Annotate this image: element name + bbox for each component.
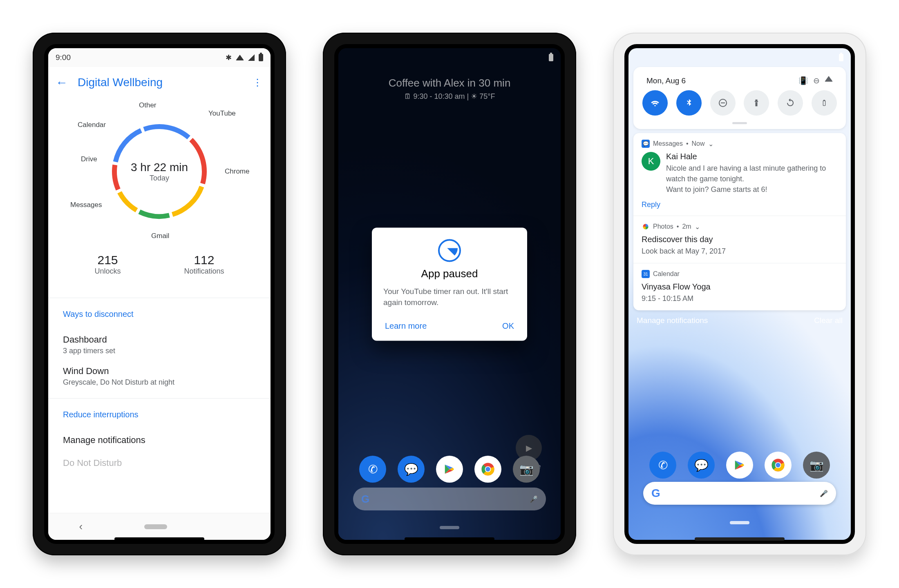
mic-icon[interactable]: 🎤 xyxy=(530,495,538,503)
notification-shade[interactable]: Mon, Aug 6 📳 ⊖ 💬Messages•Now⌄ K Kai Hale… xyxy=(628,67,851,327)
svg-rect-7 xyxy=(823,101,825,106)
notification-list: 💬Messages•Now⌄ K Kai Hale Nicole and I a… xyxy=(633,133,846,310)
back-button[interactable]: ← xyxy=(56,76,68,89)
event-title: Vinyasa Flow Yoga xyxy=(642,282,838,292)
nav-home-pill[interactable] xyxy=(144,524,167,529)
svg-rect-6 xyxy=(721,102,725,103)
nav-bar: ‹ xyxy=(48,513,271,540)
vibrate-icon: 📳 xyxy=(798,76,808,85)
qs-tiles xyxy=(639,87,840,119)
clear-all-button[interactable]: Clear all xyxy=(814,316,843,325)
qs-tile-battery[interactable] xyxy=(812,90,837,116)
photos-title: Rediscover this day xyxy=(642,235,838,244)
event-time: 9:15 - 10:15 AM xyxy=(642,293,838,304)
qs-tile-wifi[interactable] xyxy=(642,90,668,116)
ring-label-youtube: YouTube xyxy=(208,109,236,118)
hotseat: ✆ 💬 📷 xyxy=(628,452,851,479)
chrome-app-icon[interactable] xyxy=(765,452,792,479)
dnd-icon: ⊖ xyxy=(813,76,820,85)
calendar-icon: 31 xyxy=(642,270,650,278)
ok-button[interactable]: OK xyxy=(501,317,516,335)
qs-tile-bluetooth[interactable] xyxy=(676,90,702,116)
notif-label: Notifications xyxy=(184,267,224,276)
nav-home-pill[interactable] xyxy=(440,526,459,529)
shade-actions: Manage notifications Clear all xyxy=(633,310,846,327)
phone-app-icon[interactable]: ✆ xyxy=(359,456,386,483)
bluetooth-icon: ✱ xyxy=(226,53,232,62)
section-reduce: Reduce interruptions xyxy=(63,399,256,424)
expand-icon[interactable]: ⌄ xyxy=(708,140,713,148)
qs-tile-dnd[interactable] xyxy=(710,90,736,116)
dialog-title: App paused xyxy=(383,267,516,280)
search-bar[interactable]: G 🎤 xyxy=(643,482,836,505)
expand-icon[interactable]: ⌄ xyxy=(695,223,700,231)
item-dashboard-sub: 3 app timers set xyxy=(63,345,256,355)
notif-value: 112 xyxy=(184,253,224,267)
qs-date: Mon, Aug 6 xyxy=(646,76,686,85)
notif-app: Calendar xyxy=(653,270,680,278)
qs-tile-rotate[interactable] xyxy=(778,90,803,116)
quick-settings-panel: Mon, Aug 6 📳 ⊖ xyxy=(633,67,846,129)
notification-messages[interactable]: 💬Messages•Now⌄ K Kai Hale Nicole and I a… xyxy=(633,133,846,216)
play-store-icon[interactable] xyxy=(726,452,753,479)
item-winddown[interactable]: Wind Down xyxy=(63,355,256,376)
google-logo: G xyxy=(361,493,369,506)
reply-button[interactable]: Reply xyxy=(642,200,838,209)
stat-notifications[interactable]: 112Notifications xyxy=(184,253,224,276)
ring-label-other: Other xyxy=(139,101,157,109)
messages-app-icon[interactable]: 💬 xyxy=(398,456,425,483)
ring-label-chrome: Chrome xyxy=(225,167,249,176)
status-icons: ✱ xyxy=(226,53,263,62)
ring-label-calendar: Calendar xyxy=(78,121,106,129)
section-ways: Ways to disconnect xyxy=(63,298,256,324)
phone-app-icon[interactable]: ✆ xyxy=(649,452,676,479)
nav-back-icon[interactable]: ‹ xyxy=(79,520,83,533)
app-paused-dialog: App paused Your YouTube timer ran out. I… xyxy=(372,227,527,341)
play-store-icon[interactable] xyxy=(436,456,463,483)
item-manage-notif[interactable]: Manage notifications xyxy=(63,424,256,445)
hotseat: ✆ 💬 📷 xyxy=(338,456,561,483)
battery-icon xyxy=(839,54,843,61)
notification-photos[interactable]: Photos•2m⌄ Rediscover this day Look back… xyxy=(633,216,846,263)
unlocks-value: 215 xyxy=(94,253,121,267)
dialog-body: Your YouTube timer ran out. It'll start … xyxy=(383,286,516,308)
message-line1: Nicole and I are having a last minute ga… xyxy=(666,163,838,184)
usage-ring-chart[interactable]: 3 hr 22 min Today OtherYouTubeChromeGmai… xyxy=(90,102,229,241)
photos-icon xyxy=(642,223,650,231)
nav-home-pill[interactable] xyxy=(730,521,749,524)
notification-calendar[interactable]: 31Calendar Vinyasa Flow Yoga 9:15 - 10:1… xyxy=(633,263,846,310)
svg-rect-8 xyxy=(824,100,825,100)
stat-unlocks[interactable]: 215Unlocks xyxy=(94,253,121,276)
svg-point-4 xyxy=(485,467,490,471)
sender-name: Kai Hale xyxy=(666,152,838,161)
item-winddown-sub: Greyscale, Do Not Disturb at night xyxy=(63,376,256,387)
page-title: Digital Wellbeing xyxy=(78,76,243,89)
phone-notifications: 9:00 Mon, Aug 6 📳 ⊖ 💬Messages•Now⌄ xyxy=(613,33,866,555)
search-bar[interactable]: G 🎤 xyxy=(353,488,546,510)
mic-icon[interactable]: 🎤 xyxy=(820,490,828,497)
phone-digital-wellbeing: 9:00 ✱ ← Digital Wellbeing ⋮ 3 hr 22 min… xyxy=(33,33,286,555)
battery-icon xyxy=(549,54,553,61)
camera-app-icon[interactable]: 📷 xyxy=(513,456,540,483)
more-menu-icon[interactable]: ⋮ xyxy=(253,77,263,88)
unlocks-label: Unlocks xyxy=(94,267,121,276)
item-dnd[interactable]: Do Not Disturb xyxy=(63,445,256,468)
timer-icon xyxy=(438,239,461,262)
battery-icon xyxy=(259,54,263,61)
ring-sub: Today xyxy=(150,174,169,183)
notif-time: Now xyxy=(692,140,705,147)
svg-point-13 xyxy=(776,463,780,467)
qs-tile-flashlight[interactable] xyxy=(744,90,769,116)
chrome-app-icon[interactable] xyxy=(474,456,501,483)
sender-avatar: K xyxy=(642,152,660,171)
notif-app: Messages xyxy=(653,140,683,147)
messages-app-icon[interactable]: 💬 xyxy=(688,452,715,479)
phone-app-paused: 9:00 ✱ Coffee with Alex in 30 min 🗓 9:30… xyxy=(323,33,576,555)
camera-app-icon[interactable]: 📷 xyxy=(803,452,830,479)
learn-more-button[interactable]: Learn more xyxy=(383,317,428,335)
manage-notifications-button[interactable]: Manage notifications xyxy=(637,316,708,325)
at-a-glance[interactable]: Coffee with Alex in 30 min 🗓 9:30 - 10:3… xyxy=(338,67,561,104)
qs-drag-handle[interactable] xyxy=(732,122,747,124)
wellbeing-content: 3 hr 22 min Today OtherYouTubeChromeGmai… xyxy=(48,98,271,513)
item-dashboard[interactable]: Dashboard xyxy=(63,324,256,345)
